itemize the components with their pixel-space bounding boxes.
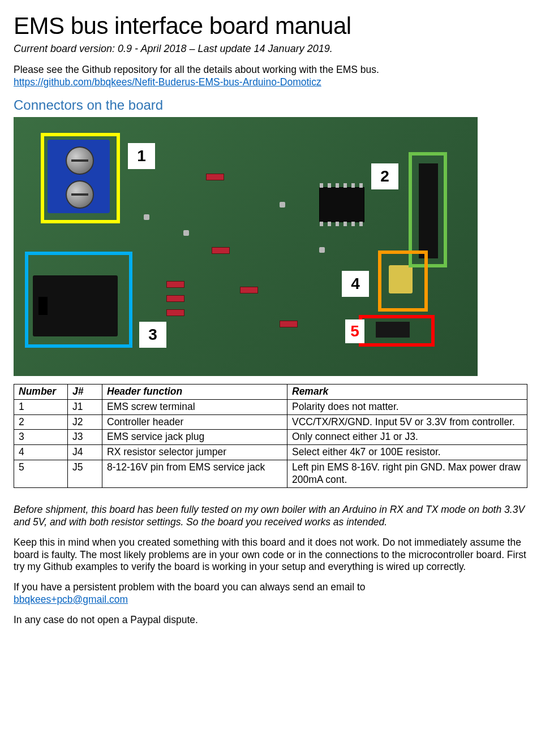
cell-fn: EMS service jack plug (102, 430, 287, 445)
badge-1: 1 (128, 143, 155, 169)
tested-note: Before shipment, this board has been ful… (14, 504, 527, 529)
cell-j: J4 (68, 445, 102, 460)
table-row: 1 J1 EMS screw terminal Polarity does no… (14, 399, 527, 414)
cell-fn: RX resistor selector jumper (102, 445, 287, 460)
cell-rem: VCC/TX/RX/GND. Input 5V or 3.3V from con… (287, 414, 527, 430)
th-fn: Header function (102, 384, 287, 399)
cell-j: J2 (68, 414, 102, 430)
cell-rem: Only connect either J1 or J3. (287, 430, 527, 445)
badge-5: 5 (345, 319, 364, 343)
table-row: 5 J5 8-12-16V pin from EMS service jack … (14, 460, 527, 488)
intro-paragraph: Please see the Github repository for all… (14, 64, 527, 89)
intro-text: Please see the Github repository for all… (14, 64, 379, 75)
badge-4: 4 (342, 271, 369, 297)
frame-j1 (41, 133, 120, 223)
cell-num: 2 (14, 414, 68, 430)
keep-in-mind-paragraph: Keep this in mind when you created somet… (14, 537, 527, 574)
smd-resistor-icon (240, 287, 258, 293)
solder-pad-icon (183, 230, 189, 236)
smd-resistor-icon (166, 281, 184, 288)
cell-num: 3 (14, 430, 68, 445)
table-row: 3 J3 EMS service jack plug Only connect … (14, 430, 527, 445)
frame-j4 (378, 250, 428, 312)
table-row: 2 J2 Controller header VCC/TX/RX/GND. In… (14, 414, 527, 430)
cell-j: J1 (68, 399, 102, 414)
smd-resistor-icon (166, 295, 184, 302)
cell-j: J3 (68, 430, 102, 445)
cell-fn: Controller header (102, 414, 287, 430)
smd-resistor-icon (280, 321, 298, 327)
subtitle: Current board version: 0.9 - April 2018 … (14, 42, 527, 55)
solder-pad-icon (319, 247, 325, 253)
solder-pad-icon (280, 202, 285, 208)
th-number: Number (14, 384, 68, 399)
contact-email-link[interactable]: bbqkees+pcb@gmail.com (14, 594, 128, 605)
page-title: EMS bus interface board manual (14, 11, 527, 41)
cell-num: 5 (14, 460, 68, 488)
github-link[interactable]: https://github.com/bbqkees/Nefit-Buderus… (14, 76, 321, 88)
paypal-line: In any case do not open a Paypal dispute… (14, 614, 527, 627)
smd-resistor-icon (212, 247, 230, 254)
badge-2: 2 (371, 163, 398, 189)
th-j: J# (68, 384, 102, 399)
board-photo: 1 2 3 4 5 (14, 117, 478, 376)
smd-resistor-icon (206, 174, 224, 180)
table-row: 4 J4 RX resistor selector jumper Select … (14, 445, 527, 460)
cell-fn: EMS screw terminal (102, 399, 287, 414)
badge-3: 3 (139, 322, 166, 348)
solder-pad-icon (144, 214, 149, 220)
cell-rem: Select either 4k7 or 100E resistor. (287, 445, 527, 460)
frame-j5 (359, 315, 435, 347)
cell-j: J5 (68, 460, 102, 488)
cell-num: 1 (14, 399, 68, 414)
ic-chip-icon (319, 187, 364, 222)
smd-resistor-icon (166, 309, 184, 316)
cell-rem: Polarity does not matter. (287, 399, 527, 414)
cell-rem: Left pin EMS 8-16V. right pin GND. Max p… (287, 460, 527, 488)
th-remark: Remark (287, 384, 527, 399)
contact-paragraph: If you have a persistent problem with th… (14, 581, 527, 606)
connectors-table: Number J# Header function Remark 1 J1 EM… (14, 384, 527, 488)
frame-j3 (25, 252, 132, 348)
section-connectors-heading: Connectors on the board (14, 97, 527, 114)
contact-line-a: If you have a persistent problem with th… (14, 581, 366, 593)
cell-fn: 8-12-16V pin from EMS service jack (102, 460, 287, 488)
cell-num: 4 (14, 445, 68, 460)
